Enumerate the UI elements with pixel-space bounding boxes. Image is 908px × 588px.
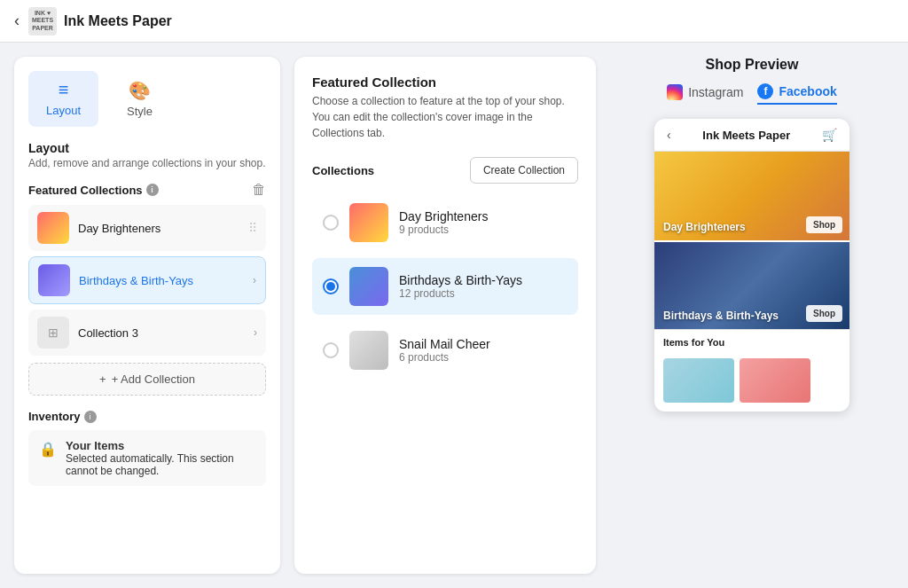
brand-logo: INK ♥ MEETS PAPER Ink Meets Paper	[28, 7, 172, 35]
radio-info-day: Day Brighteners 9 products	[399, 209, 568, 236]
tab-row: ≡ Layout 🎨 Style	[28, 71, 266, 127]
layout-desc: Add, remove and arrange collections in y…	[28, 157, 266, 169]
chevron-right-bday: ›	[253, 274, 256, 286]
item-thumb-2	[740, 358, 810, 403]
inventory-info-icon: i	[84, 411, 97, 423]
radio-info-snail: Snail Mail Cheer 6 products	[399, 337, 568, 364]
facebook-icon: f	[757, 83, 773, 99]
left-panel: ≡ Layout 🎨 Style Layout Add, remove and …	[14, 57, 280, 574]
item-thumb-1	[663, 358, 734, 403]
inventory-header: Inventory i	[28, 410, 266, 423]
radio-info-bday: Birthdays & Birth-Yays 12 products	[399, 273, 568, 300]
radio-thumb-day	[349, 203, 388, 242]
social-tabs: Instagram f Facebook	[667, 83, 837, 105]
items-row	[654, 355, 849, 412]
card-shop-btn-day[interactable]: Shop	[806, 216, 842, 233]
collection-name-3: Collection 3	[78, 326, 245, 340]
card-label-bday: Birthdays & Birth-Yays	[663, 310, 779, 322]
left-collection-3[interactable]: ⊞ Collection 3 ›	[28, 310, 266, 356]
main-content: ≡ Layout 🎨 Style Layout Add, remove and …	[0, 43, 908, 588]
card-label-day: Day Brighteners	[663, 221, 746, 233]
thumb-c3: ⊞	[37, 317, 69, 349]
style-icon: 🎨	[129, 80, 151, 101]
drag-handle[interactable]: ⠿	[248, 221, 257, 235]
radio-thumb-bday	[349, 267, 388, 306]
radio-name-snail: Snail Mail Cheer	[399, 337, 568, 351]
inventory-title: Inventory	[28, 410, 81, 423]
items-for-you-label: Items for You	[654, 329, 849, 355]
featured-header: Featured Collections i 🗑	[28, 182, 266, 198]
right-panel: Shop Preview Instagram f Facebook ‹ Ink …	[610, 57, 894, 574]
thumb-day	[37, 212, 69, 244]
shop-preview-title: Shop Preview	[706, 57, 799, 73]
layout-icon: ≡	[59, 80, 69, 100]
radio-thumb-snail	[349, 331, 388, 370]
add-collection-button[interactable]: + + Add Collection	[28, 363, 266, 396]
inventory-text: Your Items Selected automatically. This …	[66, 439, 255, 477]
brand-icon: INK ♥ MEETS PAPER	[28, 7, 57, 35]
phone-shop-name: Ink Meets Paper	[702, 129, 790, 142]
featured-collection-heading: Featured Collection	[312, 74, 578, 90]
chevron-right-c3: ›	[254, 326, 257, 339]
left-collection-bday[interactable]: Birthdays & Birth-Yays ›	[28, 256, 266, 304]
radio-name-day: Day Brighteners	[399, 209, 568, 223]
left-collection-day[interactable]: Day Brighteners ⠿	[28, 205, 266, 251]
brand-name: Ink Meets Paper	[64, 13, 172, 29]
phone-mockup: ‹ Ink Meets Paper 🛒 Day Brighteners Shop…	[654, 119, 849, 412]
trash-icon[interactable]: 🗑	[252, 182, 266, 198]
info-icon: i	[146, 184, 159, 196]
collection-name-bday: Birthdays & Birth-Yays	[79, 274, 244, 287]
phone-card-day: Day Brighteners Shop	[654, 152, 849, 240]
tab-style[interactable]: 🎨 Style	[109, 71, 170, 127]
radio-item-bday[interactable]: Birthdays & Birth-Yays 12 products	[312, 258, 578, 315]
radio-day[interactable]	[323, 215, 339, 231]
radio-count-bday: 12 products	[399, 287, 568, 300]
radio-item-day[interactable]: Day Brighteners 9 products	[312, 194, 578, 251]
instagram-icon	[667, 84, 683, 100]
layout-title: Layout	[28, 141, 266, 155]
top-nav: ‹ INK ♥ MEETS PAPER Ink Meets Paper	[0, 0, 908, 43]
create-collection-button[interactable]: Create Collection	[470, 157, 578, 184]
inventory-card: 🔒 Your Items Selected automatically. Thi…	[28, 430, 266, 486]
radio-snail[interactable]	[323, 342, 339, 358]
back-button[interactable]: ‹	[14, 12, 20, 30]
tab-layout[interactable]: ≡ Layout	[28, 71, 98, 127]
collections-header: Collections Create Collection	[312, 157, 578, 184]
card-shop-btn-bday[interactable]: Shop	[806, 305, 842, 322]
lock-icon: 🔒	[39, 441, 57, 458]
phone-cart-icon[interactable]: 🛒	[822, 128, 837, 142]
radio-item-snail[interactable]: Snail Mail Cheer 6 products	[312, 322, 578, 379]
radio-name-bday: Birthdays & Birth-Yays	[399, 273, 568, 287]
radio-count-snail: 6 products	[399, 351, 568, 364]
phone-back-arrow[interactable]: ‹	[667, 128, 671, 142]
phone-card-bday: Birthdays & Birth-Yays Shop	[654, 240, 849, 329]
middle-panel: Featured Collection Choose a collection …	[294, 57, 596, 574]
radio-count-day: 9 products	[399, 223, 568, 236]
tab-facebook[interactable]: f Facebook	[757, 83, 836, 105]
phone-header: ‹ Ink Meets Paper 🛒	[654, 119, 849, 152]
featured-title: Featured Collections i	[28, 184, 159, 197]
thumb-bday	[38, 264, 70, 296]
collection-name-day: Day Brighteners	[78, 222, 239, 235]
featured-collection-desc: Choose a collection to feature at the to…	[312, 93, 578, 141]
radio-bday[interactable]	[323, 278, 339, 294]
tab-instagram[interactable]: Instagram	[667, 83, 743, 105]
collections-label: Collections	[312, 164, 374, 177]
add-icon: +	[99, 372, 106, 386]
